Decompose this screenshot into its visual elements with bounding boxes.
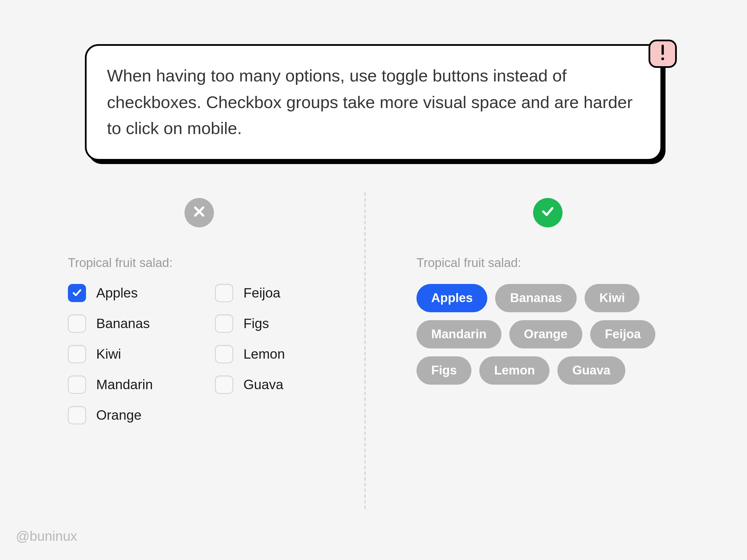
tip-text: When having too many options, use toggle… <box>107 63 640 142</box>
checkbox-row[interactable]: Apples <box>68 284 153 302</box>
good-group-label: Tropical fruit salad: <box>416 256 521 270</box>
checkbox[interactable] <box>68 345 86 363</box>
checkbox[interactable] <box>215 284 233 302</box>
author-handle: @buninux <box>16 528 77 544</box>
x-icon <box>192 205 206 221</box>
checkbox-label: Figs <box>243 316 269 331</box>
checkbox-label: Bananas <box>96 316 150 331</box>
checkbox[interactable] <box>68 376 86 394</box>
checkbox[interactable] <box>68 284 86 302</box>
checkbox-row[interactable]: Kiwi <box>68 345 153 363</box>
checkbox[interactable] <box>68 315 86 332</box>
bad-example-panel: Tropical fruit salad: ApplesBananasKiwiM… <box>0 175 364 515</box>
bad-status-icon <box>184 198 214 228</box>
checkbox-col-1: ApplesBananasKiwiMandarinOrange <box>68 284 153 424</box>
checkbox-label: Lemon <box>243 346 285 362</box>
toggle-chip[interactable]: Mandarin <box>416 320 501 348</box>
checkbox-row[interactable]: Guava <box>215 376 285 394</box>
comparison-container: Tropical fruit salad: ApplesBananasKiwiM… <box>0 175 747 515</box>
checkbox-row[interactable]: Figs <box>215 315 285 332</box>
checkbox-label: Orange <box>96 407 141 423</box>
toggle-chip[interactable]: Apples <box>416 284 488 312</box>
bad-group-label: Tropical fruit salad: <box>68 256 173 270</box>
toggle-chip[interactable]: Figs <box>416 356 471 385</box>
checkbox[interactable] <box>215 315 233 332</box>
svg-rect-0 <box>662 45 664 55</box>
checkbox-label: Apples <box>96 285 138 301</box>
toggle-chip[interactable]: Orange <box>509 320 582 348</box>
checkbox-row[interactable]: Orange <box>68 406 153 424</box>
checkbox[interactable] <box>68 406 86 424</box>
chips-wrap: ApplesBananasKiwiMandarinOrangeFeijoaFig… <box>416 284 666 385</box>
svg-point-1 <box>661 57 664 60</box>
good-example-panel: Tropical fruit salad: ApplesBananasKiwiM… <box>366 175 747 515</box>
alert-badge <box>648 39 677 68</box>
tip-card: When having too many options, use toggle… <box>85 44 662 160</box>
checkbox-label: Kiwi <box>96 346 121 362</box>
check-icon <box>540 204 556 222</box>
checkbox-row[interactable]: Mandarin <box>68 376 153 394</box>
checkbox-row[interactable]: Lemon <box>215 345 285 363</box>
toggle-chip[interactable]: Feijoa <box>590 320 655 348</box>
toggle-chip[interactable]: Lemon <box>479 356 549 385</box>
toggle-chip[interactable]: Guava <box>558 356 625 385</box>
checkbox[interactable] <box>215 345 233 363</box>
checkbox-columns: ApplesBananasKiwiMandarinOrange FeijoaFi… <box>68 284 331 424</box>
toggle-chip[interactable]: Kiwi <box>585 284 640 312</box>
toggle-chip[interactable]: Bananas <box>495 284 577 312</box>
good-status-icon <box>533 198 563 228</box>
checkbox-label: Feijoa <box>243 285 280 301</box>
checkbox-col-2: FeijoaFigsLemonGuava <box>215 284 285 424</box>
checkbox[interactable] <box>215 376 233 394</box>
checkbox-row[interactable]: Bananas <box>68 315 153 332</box>
exclamation-icon <box>661 45 665 63</box>
checkbox-label: Mandarin <box>96 377 153 393</box>
checkbox-row[interactable]: Feijoa <box>215 284 285 302</box>
checkbox-label: Guava <box>243 377 283 393</box>
